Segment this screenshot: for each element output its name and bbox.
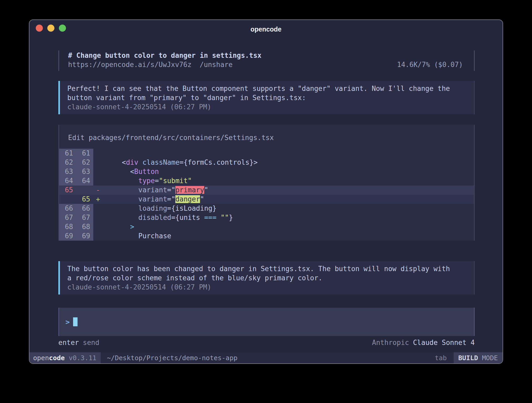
message-text: button variant from "primary" to "danger… xyxy=(67,93,467,102)
mode-name: BUILD xyxy=(458,354,478,362)
traffic-lights xyxy=(36,25,66,32)
diff-row: 65+ variant="danger" xyxy=(59,195,474,204)
assistant-message: Perfect! I can see that the Button compo… xyxy=(58,81,475,114)
session-title: # Change button color to danger in setti… xyxy=(68,51,463,60)
send-hint: entersend xyxy=(58,338,99,347)
app-version: v0.3.11 xyxy=(69,354,96,362)
session-content: # Change button color to danger in setti… xyxy=(58,50,475,347)
app-name-bold: code xyxy=(49,354,65,362)
working-directory: ~/Desktop/Projects/demo-notes-app xyxy=(107,352,238,363)
input-footer: entersend AnthropicClaude Sonnet 4 xyxy=(58,338,475,347)
prompt-symbol: > xyxy=(65,318,70,326)
message-text: The button color has been changed to dan… xyxy=(67,264,467,273)
diff-row: 6767 disabled={units === ""} xyxy=(59,213,474,222)
diff-view: 61616262 <div className={formCs.controls… xyxy=(59,149,474,241)
unshare-command: /unshare xyxy=(200,60,233,69)
share-url[interactable]: https://opencode.ai/s/UwJxv76z xyxy=(68,60,192,69)
diff-row: 65- variant="primary" xyxy=(59,185,474,195)
tab-key-hint[interactable]: tab xyxy=(435,352,447,363)
minimize-window-button[interactable] xyxy=(47,25,54,32)
provider-label: Anthropic xyxy=(372,339,409,347)
diff-row: 6161 xyxy=(59,149,474,158)
text-cursor xyxy=(73,317,78,326)
build-mode-chip: BUILDMODE xyxy=(454,352,503,363)
message-text: Perfect! I can see that the Button compo… xyxy=(67,84,467,93)
diff-row: 6262 <div className={formCs.controls}> xyxy=(59,158,474,167)
message-model-timestamp: claude-sonnet-4-20250514 (06:27 PM) xyxy=(67,102,467,112)
diff-row: 6969 Purchase xyxy=(59,231,474,241)
status-bar-spacer xyxy=(238,352,435,363)
mode-suffix: MODE xyxy=(482,354,498,362)
app-name-regular: open xyxy=(33,354,49,362)
diff-row: 6363 <Button xyxy=(59,167,474,176)
prompt-input[interactable]: > xyxy=(58,308,475,336)
window-titlebar: opencode xyxy=(29,20,503,36)
opencode-window: opencode # Change button color to danger… xyxy=(29,19,503,364)
window-title: opencode xyxy=(250,25,282,33)
app-version-chip: opencodev0.3.11 xyxy=(29,352,101,363)
diff-row: 6666 loading={isLoading} xyxy=(59,204,474,213)
desktop-background: opencode # Change button color to danger… xyxy=(0,0,532,403)
model-name-label: Claude Sonnet 4 xyxy=(413,339,475,347)
send-action-label: send xyxy=(83,339,99,347)
session-header: # Change button color to danger in setti… xyxy=(58,50,475,71)
close-window-button[interactable] xyxy=(36,25,43,32)
message-text: a red/rose color scheme instead of the b… xyxy=(67,273,467,283)
tool-title: Edit packages/frontend/src/containers/Se… xyxy=(68,133,474,142)
model-indicator: AnthropicClaude Sonnet 4 xyxy=(372,338,475,347)
enter-key-label: enter xyxy=(58,339,79,347)
assistant-message: The button color has been changed to dan… xyxy=(58,261,475,294)
zoom-window-button[interactable] xyxy=(59,25,66,32)
diff-row: 6464 type="submit" xyxy=(59,176,474,185)
diff-row: 6868 > xyxy=(59,222,474,231)
message-model-timestamp: claude-sonnet-4-20250514 (06:27 PM) xyxy=(67,283,467,292)
context-stats: 14.6K/7% ($0.07) xyxy=(397,60,463,69)
status-bar: opencodev0.3.11 ~/Desktop/Projects/demo-… xyxy=(29,352,503,363)
session-subheader: https://opencode.ai/s/UwJxv76z /unshare … xyxy=(68,60,463,69)
edit-tool-card: Edit packages/frontend/src/containers/Se… xyxy=(58,125,475,241)
